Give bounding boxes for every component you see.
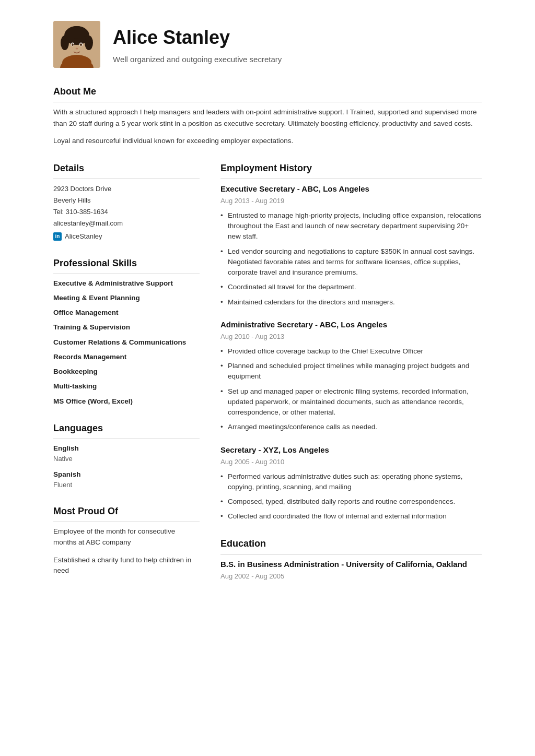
proud-item: Established a charity fund to help child… — [53, 555, 200, 576]
bullet-item: Led vendor sourcing and negotiations to … — [220, 246, 482, 278]
city-line: Beverly Hills — [53, 196, 91, 204]
job-block: Administrative Secretary - ABC, Los Ange… — [220, 319, 482, 433]
language-name: English — [53, 443, 200, 454]
education-entry: B.S. in Business Administration - Univer… — [220, 559, 482, 582]
language-item: English Native — [53, 443, 200, 464]
job-dates: Aug 2005 - Aug 2010 — [220, 457, 482, 467]
about-section: About Me With a structured approach I he… — [53, 85, 482, 147]
linkedin-handle: AliceStanley — [65, 231, 102, 242]
bullet-item: Composed, typed, distributed daily repor… — [220, 497, 482, 507]
details-title: Details — [53, 161, 200, 179]
bullet-item: Performed various administrative duties … — [220, 471, 482, 493]
job-bullets: Performed various administrative duties … — [220, 471, 482, 522]
bullet-item: Entrusted to manage high-priority projec… — [220, 210, 482, 242]
job-title: Administrative Secretary - ABC, Los Ange… — [220, 319, 482, 331]
job-block: Executive Secretary - ABC, Los Angeles A… — [220, 183, 482, 308]
resume-header: Alice Stanley Well organized and outgoin… — [53, 21, 482, 68]
language-item: Spanish Fluent — [53, 469, 200, 490]
details-section: Details 2923 Doctors Drive Beverly Hills… — [53, 161, 200, 242]
edu-dates: Aug 2002 - Aug 2005 — [220, 571, 482, 582]
proud-item: Employee of the month for consecutive mo… — [53, 526, 200, 548]
edu-degree: B.S. in Business Administration - Univer… — [220, 559, 482, 571]
skill-item: Customer Relations & Communications — [53, 337, 200, 348]
skill-item: Training & Supervision — [53, 322, 200, 333]
skill-item: Office Management — [53, 308, 200, 318]
address-line: 2923 Doctors Drive — [53, 185, 111, 193]
proud-title: Most Proud Of — [53, 504, 200, 522]
svg-point-10 — [72, 43, 74, 46]
svg-point-11 — [80, 43, 82, 46]
candidate-name: Alice Stanley — [113, 23, 282, 52]
skills-section: Professional Skills Executive & Administ… — [53, 256, 200, 407]
job-dates: Aug 2013 - Aug 2019 — [220, 196, 482, 206]
job-dates: Aug 2010 - Aug 2013 — [220, 332, 482, 342]
linkedin-row: in AliceStanley — [53, 231, 200, 242]
job-block: Secretary - XYZ, Los Angeles Aug 2005 - … — [220, 444, 482, 522]
skills-title: Professional Skills — [53, 256, 200, 274]
about-title: About Me — [53, 85, 482, 102]
bullet-item: Provided office coverage backup to the C… — [220, 346, 482, 357]
right-column: Employment History Executive Secretary -… — [220, 161, 482, 596]
about-paragraph-2: Loyal and resourceful individual known f… — [53, 135, 482, 147]
left-column: Details 2923 Doctors Drive Beverly Hills… — [53, 161, 200, 596]
avatar — [53, 21, 100, 68]
language-name: Spanish — [53, 469, 200, 480]
bullet-item: Set up and managed paper or electronic f… — [220, 386, 482, 418]
bullet-item: Maintained calendars for the directors a… — [220, 297, 482, 308]
phone-line: Tel: 310-385-1634 — [53, 208, 108, 216]
skill-item: Records Management — [53, 352, 200, 362]
language-level: Native — [53, 454, 200, 464]
skill-item: Meeting & Event Planning — [53, 293, 200, 303]
job-title: Executive Secretary - ABC, Los Angeles — [220, 183, 482, 195]
skill-item: Executive & Administrative Support — [53, 278, 200, 289]
svg-point-5 — [61, 36, 69, 50]
job-bullets: Entrusted to manage high-priority projec… — [220, 210, 482, 308]
proud-section: Most Proud Of Employee of the month for … — [53, 504, 200, 576]
email-line: alicestanley@mail.com — [53, 219, 123, 227]
linkedin-icon: in — [53, 232, 62, 241]
languages-section: Languages English Native Spanish Fluent — [53, 421, 200, 490]
languages-title: Languages — [53, 421, 200, 439]
svg-point-6 — [85, 36, 93, 50]
two-column-layout: Details 2923 Doctors Drive Beverly Hills… — [53, 161, 482, 596]
svg-point-7 — [66, 26, 87, 39]
bullet-item: Coordinated all travel for the departmen… — [220, 282, 482, 292]
skill-item: Bookkeeping — [53, 367, 200, 377]
education-title: Education — [220, 537, 482, 554]
about-paragraph-1: With a structured approach I help manage… — [53, 107, 482, 129]
language-level: Fluent — [53, 480, 200, 490]
bullet-item: Collected and coordinated the flow of in… — [220, 511, 482, 522]
bullet-item: Planned and scheduled project timelines … — [220, 361, 482, 382]
skill-item: Multi-tasking — [53, 381, 200, 392]
employment-section: Employment History Executive Secretary -… — [220, 161, 482, 522]
bullet-item: Arranged meetings/conference calls as ne… — [220, 422, 482, 432]
job-title: Secretary - XYZ, Los Angeles — [220, 444, 482, 456]
svg-point-12 — [76, 48, 78, 50]
resume-page: Alice Stanley Well organized and outgoin… — [32, 0, 503, 628]
employment-title: Employment History — [220, 161, 482, 179]
details-content: 2923 Doctors Drive Beverly Hills Tel: 31… — [53, 183, 200, 229]
candidate-subtitle: Well organized and outgoing executive se… — [113, 54, 282, 66]
header-info: Alice Stanley Well organized and outgoin… — [113, 23, 282, 66]
skill-item: MS Office (Word, Excel) — [53, 396, 200, 407]
education-section: Education B.S. in Business Administratio… — [220, 537, 482, 582]
job-bullets: Provided office coverage backup to the C… — [220, 346, 482, 433]
